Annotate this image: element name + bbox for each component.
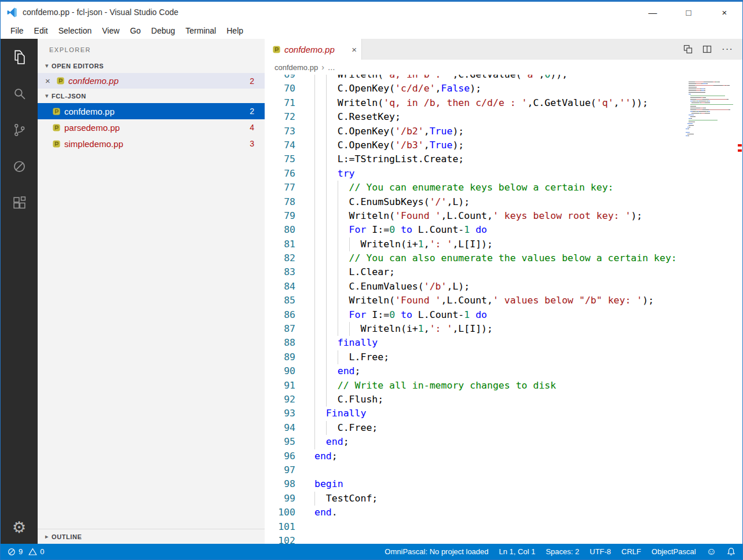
indent-guide [326,294,338,308]
vscode-logo-icon [6,7,17,18]
file-item-simpledemo.pp[interactable]: simpledemo.pp3 [38,136,265,152]
minimap-line [686,103,737,105]
code-token: 0 [544,75,550,80]
code-token: Writeln(i+ [360,323,418,334]
pascal-file-icon [52,107,61,116]
code-token: do [475,309,487,320]
code-line: 100end. [265,506,685,519]
file-tree: confdemo.pp2parsedemo.pp4simpledemo.pp3 [38,103,265,152]
code-token: ': ' [430,323,453,334]
status-language-mode[interactable]: ObjectPascal [652,547,696,556]
explorer-files-icon[interactable] [1,39,38,75]
chevron-right-icon: ▸ [42,533,52,540]
pascal-file-icon [52,139,61,148]
code-token: ); [452,140,464,151]
code-token: ); [631,210,642,221]
open-editor-item[interactable]: ×confdemo.pp2 [38,73,265,89]
split-editor-icon[interactable] [702,45,712,54]
status-indentation[interactable]: Spaces: 2 [546,547,579,556]
minimize-button[interactable]: — [635,2,671,23]
code-token: C.Free; [338,422,378,433]
pascal-file-icon [272,45,281,54]
folder-section-header[interactable]: ▾ FCL-JSON [38,89,265,103]
tab-confdemo[interactable]: confdemo.pp × [265,39,362,60]
code-token: ,L); [446,196,470,207]
breadcrumb-more[interactable]: … [328,63,335,72]
line-number: 79 [265,209,314,223]
code-token: // You can also enumerate the values bel… [349,252,677,263]
extensions-icon[interactable] [1,185,38,221]
code-token: Writeln( [349,210,395,221]
code-token: ': ' [430,239,453,250]
code-token: , [539,75,544,80]
problems-status[interactable]: 9 0 [8,547,44,556]
open-editors-header[interactable]: ▾ OPEN EDITORS [38,58,265,73]
code-token: 1 [464,309,470,320]
open-changes-icon[interactable] [683,45,693,54]
menu-item-terminal[interactable]: Terminal [180,24,221,37]
file-item-confdemo.pp[interactable]: confdemo.pp2 [38,103,265,119]
code-line: 69Writeln('a, in b : ',C.GetValue('a',0)… [265,75,685,82]
status-encoding[interactable]: UTF-8 [590,547,611,556]
code-token: Writeln(i+ [360,239,418,250]
menu-item-go[interactable]: Go [125,24,146,37]
indent-guide [338,237,349,251]
indent-guide [326,195,338,209]
error-count-badge: 4 [250,123,254,132]
code-line: 81Writeln(i+1,': ',L[I]); [265,237,685,251]
close-button[interactable]: × [707,2,742,23]
debug-icon[interactable] [1,148,38,185]
open-editors-label: OPEN EDITORS [52,63,104,69]
line-number: 89 [265,350,314,364]
menu-item-edit[interactable]: Edit [29,24,53,37]
minimap-line [686,138,737,140]
line-number: 92 [265,393,314,407]
status-bar: 9 0 OmniPascal: No project loadedLn 1, C… [1,544,742,559]
search-icon[interactable] [1,75,38,112]
file-item-parsedemo.pp[interactable]: parsedemo.pp4 [38,119,265,136]
code-line: 92C.Flush; [265,393,685,407]
code-token: ); [642,295,654,306]
indent-guide [326,280,338,294]
more-actions-icon[interactable]: ··· [722,43,733,55]
source-control-icon[interactable] [1,112,38,148]
line-number: 100 [265,506,314,519]
menu-item-file[interactable]: File [5,24,29,37]
vscode-window: confdemo.pp - fcl-json - Visual Studio C… [0,0,743,560]
indent-guide [326,393,338,407]
code-token: '/b3' [395,140,424,151]
minimap[interactable] [685,75,742,544]
maximize-button[interactable]: □ [671,2,707,23]
close-icon[interactable]: × [45,76,56,86]
status-eol[interactable]: CRLF [621,547,641,556]
code-token: False [441,83,470,94]
titlebar[interactable]: confdemo.pp - fcl-json - Visual Studio C… [1,2,742,23]
notifications-bell-icon[interactable] [727,547,735,556]
code-token [395,224,401,235]
code-editor[interactable]: 69Writeln('a, in b : ',C.GetValue('a',0)… [265,75,685,544]
code-token: C.ResetKey; [338,111,401,122]
code-token: L:=TStringList.Create; [338,153,464,164]
line-number: 102 [265,534,314,544]
breadcrumb-file[interactable]: confdemo.pp [274,63,318,72]
status-omnipascal[interactable]: OmniPascal: No project loaded [385,547,488,556]
code-region: 69Writeln('a, in b : ',C.GetValue('a',0)… [265,75,742,544]
line-number: 72 [265,110,314,124]
breadcrumb[interactable]: confdemo.pp › … [265,60,742,75]
line-number: 87 [265,322,314,336]
menu-item-view[interactable]: View [97,24,125,37]
line-number: 83 [265,265,314,279]
status-cursor-position[interactable]: Ln 1, Col 1 [499,547,536,556]
minimap-line [686,108,737,110]
status-bar-right: OmniPascal: No project loadedLn 1, Col 1… [385,547,735,557]
menu-item-debug[interactable]: Debug [146,24,180,37]
menu-item-help[interactable]: Help [221,24,248,37]
outline-header[interactable]: ▸ OUTLINE [38,529,265,544]
errors-icon [8,548,16,556]
code-token [395,309,401,320]
settings-gear-icon[interactable]: ⚙ [1,511,38,544]
tab-close-icon[interactable]: × [352,45,357,54]
feedback-smiley-icon[interactable]: ☺ [707,547,716,557]
menu-item-selection[interactable]: Selection [53,24,97,37]
code-token: '' [620,97,631,108]
